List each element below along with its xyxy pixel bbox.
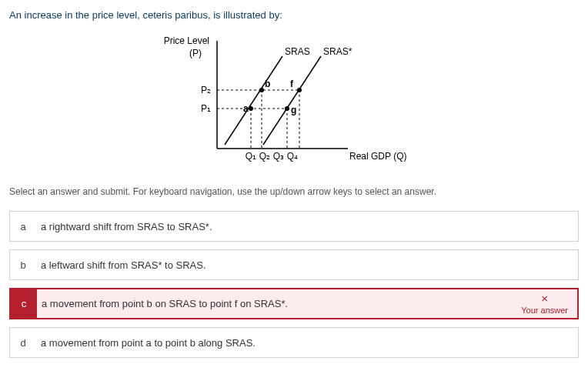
answer-letter: b — [10, 259, 36, 271]
tick-q3: Q₃ — [273, 151, 284, 162]
answer-text: a movement from point a to point b along… — [36, 329, 578, 356]
tick-q4: Q₄ — [287, 151, 298, 162]
answer-text: a movement from point b on SRAS to point… — [37, 290, 512, 317]
tick-p1: P₁ — [201, 103, 211, 114]
answer-letter: d — [10, 337, 36, 349]
answer-letter: c — [11, 289, 37, 318]
answer-option-c[interactable]: c a movement from point b on SRAS to poi… — [9, 288, 579, 319]
point-g — [285, 106, 289, 111]
tick-q1: Q₁ — [246, 151, 256, 162]
answer-text: a rightward shift from SRAS to SRAS*. — [36, 213, 578, 240]
sras-label: SRAS — [285, 46, 310, 57]
point-b — [259, 88, 264, 92]
point-a — [249, 106, 253, 111]
tick-p2: P₂ — [201, 85, 211, 95]
tick-q2: Q₂ — [259, 151, 270, 162]
instructions-text: Select an answer and submit. For keyboar… — [9, 186, 579, 197]
your-answer-label: Your answer — [521, 306, 568, 315]
y-axis-label-2: (P) — [189, 48, 202, 58]
question-text: An increase in the price level, ceteris … — [9, 9, 579, 21]
point-f-label: f — [290, 79, 294, 89]
answer-option-b[interactable]: b a leftward shift from SRAS* to SRAS. — [9, 249, 579, 280]
answer-text: a leftward shift from SRAS* to SRAS. — [36, 252, 578, 279]
x-axis-label: Real GDP (Q) — [349, 151, 406, 162]
sras-star-label: SRAS* — [323, 46, 352, 57]
y-axis-label-1: Price Level — [164, 35, 209, 46]
point-a-label: a — [243, 103, 249, 114]
answer-letter: a — [10, 221, 36, 232]
sras-line — [225, 56, 282, 145]
point-b-label: b — [265, 79, 270, 89]
answer-option-a[interactable]: a a rightward shift from SRAS to SRAS*. — [9, 211, 579, 242]
chart-container: Price Level (P) P₂ P₁ SRAS SRAS* — [9, 33, 579, 174]
answer-feedback: × Your answer — [512, 289, 577, 318]
sras-star-line — [263, 56, 321, 145]
incorrect-icon: × — [541, 292, 548, 304]
answer-option-d[interactable]: d a movement from point a to point b alo… — [9, 327, 579, 358]
point-f — [297, 88, 302, 92]
sras-chart: Price Level (P) P₂ P₁ SRAS SRAS* — [163, 33, 425, 172]
point-g-label: g — [291, 105, 296, 115]
